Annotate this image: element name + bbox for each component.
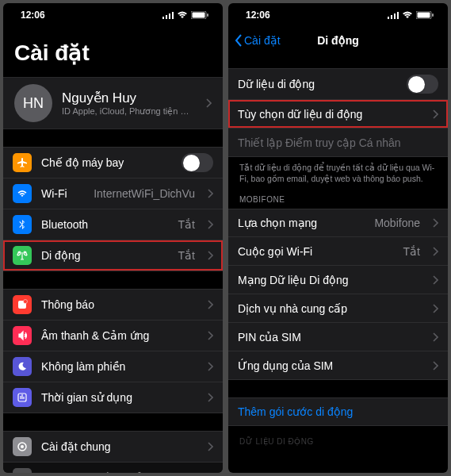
svg-rect-19: [397, 12, 399, 19]
screentime-row[interactable]: Thời gian sử dụng: [3, 382, 223, 413]
chevron-right-icon: [433, 109, 438, 119]
sounds-row[interactable]: Âm thanh & Cảm ứng: [3, 321, 223, 351]
nav-title: Di động: [317, 34, 359, 47]
svg-point-11: [21, 445, 24, 448]
notifications-icon: [13, 295, 32, 314]
status-indicators: [162, 11, 208, 19]
svg-rect-18: [394, 13, 396, 19]
dnd-row[interactable]: Không làm phiền: [3, 351, 223, 382]
chevron-right-icon: [206, 98, 212, 108]
chevron-right-icon: [208, 393, 213, 402]
svg-rect-17: [391, 15, 392, 19]
status-indicators: [388, 11, 434, 19]
cellular-value: Tắt: [178, 249, 195, 262]
notifications-label: Thông báo: [41, 298, 195, 311]
chevron-left-icon: [235, 34, 243, 47]
svg-rect-2: [169, 13, 170, 19]
status-time: 12:06: [21, 10, 45, 21]
chevron-right-icon: [208, 220, 213, 229]
status-bar: 12:06: [3, 3, 223, 27]
chevron-right-icon: [208, 442, 213, 451]
hotspot-row[interactable]: Thiết lập Điểm truy cập Cá nhân: [228, 129, 448, 157]
control-center-row[interactable]: Trung tâm điều khiển: [3, 463, 223, 473]
dnd-icon: [13, 357, 32, 376]
chevron-right-icon: [433, 218, 438, 228]
cellular-label: Di động: [41, 249, 169, 262]
data-network-label: Mạng Dữ liệu Di động: [238, 274, 420, 286]
back-button[interactable]: Cài đặt: [235, 34, 281, 47]
status-time: 12:06: [246, 10, 270, 21]
chevron-right-icon: [433, 304, 438, 313]
carrier-services-row[interactable]: Dịch vụ nhà cung cấp: [228, 294, 448, 323]
airplane-mode-row[interactable]: Chế độ máy bay: [3, 147, 223, 178]
svg-rect-1: [166, 15, 167, 19]
nav-bar: Cài đặt Di động: [228, 27, 448, 54]
carrier-header: MOBIFONE: [228, 184, 448, 209]
dnd-label: Không làm phiền: [41, 360, 195, 373]
wifi-label: Wi-Fi: [41, 187, 84, 200]
general-label: Cài đặt chung: [41, 440, 195, 453]
hotspot-label: Thiết lập Điểm truy cập Cá nhân: [238, 136, 438, 149]
bluetooth-label: Bluetooth: [41, 218, 169, 231]
gear-icon: [13, 437, 32, 456]
cellular-data-row[interactable]: Dữ liệu di động: [228, 68, 448, 100]
chevron-right-icon: [433, 247, 438, 256]
airplane-toggle[interactable]: [182, 153, 213, 172]
cellular-screen: 12:06 Cài đặt Di động Dữ liệu di động Tù…: [228, 3, 448, 473]
cellular-icon: [13, 246, 32, 265]
svg-rect-5: [193, 13, 205, 18]
signal-icon: [388, 11, 399, 19]
notifications-row[interactable]: Thông báo: [3, 289, 223, 321]
connectivity-group: Chế độ máy bay Wi-Fi InternetWiFi_DichVu…: [3, 147, 223, 271]
chevron-right-icon: [208, 300, 213, 309]
sounds-label: Âm thanh & Cảm ứng: [41, 329, 195, 342]
alerts-group: Thông báo Âm thanh & Cảm ứng Không làm p…: [3, 289, 223, 413]
wifi-icon: [177, 11, 188, 19]
data-options-row[interactable]: Tùy chọn dữ liệu di động: [228, 100, 448, 129]
profile-name: Nguyễn Huy: [62, 90, 193, 106]
bluetooth-value: Tắt: [178, 218, 195, 231]
sounds-icon: [13, 326, 32, 345]
bluetooth-icon: [13, 215, 32, 234]
screentime-icon: [13, 388, 32, 407]
network-selection-row[interactable]: Lựa chọn mạng Mobifone: [228, 209, 448, 237]
sim-apps-row[interactable]: Ứng dụng của SIM: [228, 351, 448, 380]
back-label: Cài đặt: [244, 34, 281, 47]
general-row[interactable]: Cài đặt chung: [3, 431, 223, 463]
svg-rect-21: [418, 13, 430, 18]
svg-rect-22: [432, 13, 434, 17]
wifi-icon: [402, 11, 413, 19]
battery-icon: [191, 11, 208, 19]
carrier-group: Lựa chọn mạng Mobifone Cuộc gọi Wi-Fi Tắ…: [228, 209, 448, 380]
data-network-row[interactable]: Mạng Dữ liệu Di động: [228, 266, 448, 294]
cellular-row[interactable]: Di động Tắt: [3, 240, 223, 271]
cellular-data-label: Dữ liệu di động: [238, 78, 397, 90]
svg-rect-16: [388, 17, 389, 19]
sim-apps-label: Ứng dụng của SIM: [238, 359, 420, 372]
cellular-data-toggle[interactable]: [407, 75, 438, 94]
sim-pin-label: PIN của SIM: [238, 331, 420, 344]
settings-list: HN Nguyễn Huy ID Apple, iCloud, Phương t…: [3, 74, 223, 473]
svg-rect-6: [207, 13, 208, 17]
wifi-value: InternetWiFi_DichVu: [94, 187, 195, 200]
svg-rect-0: [162, 17, 164, 19]
chevron-right-icon: [208, 251, 213, 260]
wifi-settings-icon: [13, 184, 32, 203]
add-plan-row[interactable]: Thêm gói cước di động: [228, 397, 448, 426]
chevron-right-icon: [433, 361, 438, 370]
sim-pin-row[interactable]: PIN của SIM: [228, 323, 448, 351]
bluetooth-row[interactable]: Bluetooth Tắt: [3, 209, 223, 240]
settings-screen: 12:06 Cài đặt HN Nguyễn Huy ID Apple, iC…: [3, 3, 223, 473]
wifi-row[interactable]: Wi-Fi InternetWiFi_DichVu: [3, 178, 223, 209]
control-center-icon: [13, 468, 32, 473]
data-footer-note: Tắt dữ liệu di động để truyền tất cả dữ …: [228, 157, 448, 184]
chevron-right-icon: [208, 362, 213, 371]
apple-id-row[interactable]: HN Nguyễn Huy ID Apple, iCloud, Phương t…: [3, 77, 223, 129]
profile-sub: ID Apple, iCloud, Phương tiện & Mục m…: [62, 106, 193, 117]
airplane-icon: [13, 153, 32, 172]
data-group: Dữ liệu di động Tùy chọn dữ liệu di động…: [228, 68, 448, 157]
data-options-label: Tùy chọn dữ liệu di động: [238, 108, 420, 121]
carrier-services-label: Dịch vụ nhà cung cấp: [238, 302, 420, 315]
wifi-calling-row[interactable]: Cuộc gọi Wi-Fi Tắt: [228, 237, 448, 266]
page-title: Cài đặt: [3, 27, 223, 74]
